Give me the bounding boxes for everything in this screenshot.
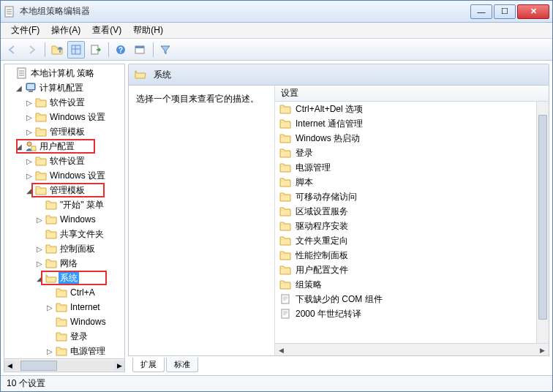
list-item[interactable]: 驱动程序安装 <box>275 219 549 233</box>
status-bar: 10 个设置 <box>1 375 552 391</box>
tree-computer-config[interactable]: ◢计算机配置 <box>4 80 124 95</box>
list-item[interactable]: 用户配置文件 <box>275 263 549 277</box>
back-button[interactable] <box>4 41 21 59</box>
menu-file[interactable]: 文件(F) <box>5 23 45 38</box>
filter-button[interactable] <box>157 41 174 59</box>
up-button[interactable] <box>48 41 66 59</box>
list-item[interactable]: 下载缺少的 COM 组件 <box>275 292 549 306</box>
folder-icon <box>279 249 291 261</box>
tree-user-config[interactable]: ◢用户配置 <box>4 139 124 154</box>
folder-icon <box>279 147 291 159</box>
list-header-settings[interactable]: 设置 <box>275 86 549 102</box>
maximize-button[interactable]: ☐ <box>494 4 516 19</box>
export-button[interactable] <box>86 41 104 59</box>
folder-icon <box>279 235 291 246</box>
folder-icon <box>279 176 291 188</box>
description-text: 选择一个项目来查看它的描述。 <box>136 93 267 105</box>
tree-network[interactable]: ▷网络 <box>4 256 124 271</box>
description-pane: 选择一个项目来查看它的描述。 <box>129 86 275 355</box>
properties-button[interactable] <box>131 41 148 59</box>
title-bar: 本地组策略编辑器 — ☐ ✕ <box>1 1 552 23</box>
tree-start[interactable]: "开始" 菜单 <box>4 197 124 212</box>
help-button[interactable]: ? <box>112 41 129 59</box>
content-header: 系统 <box>128 64 549 86</box>
forward-button[interactable] <box>23 41 40 59</box>
page-icon <box>279 293 291 305</box>
list-item[interactable]: 性能控制面板 <box>275 248 549 263</box>
tree-panel: 本地计算机 策略 ◢计算机配置 ▷软件设置 ▷Windows 设置 ▷管理模板 … <box>4 64 125 372</box>
status-text: 10 个设置 <box>7 377 45 390</box>
tree-ctrla[interactable]: Ctrl+A <box>4 285 124 300</box>
list-item[interactable]: 组策略 <box>275 277 549 292</box>
svg-rect-7 <box>72 45 80 54</box>
list-item[interactable]: 2000 年世纪转译 <box>275 306 549 321</box>
folder-icon <box>135 68 148 81</box>
list-item[interactable]: 登录 <box>275 146 549 160</box>
minimize-button[interactable]: — <box>470 4 492 19</box>
tree-power[interactable]: ▷电源管理 <box>4 344 124 358</box>
folder-icon <box>279 191 291 203</box>
folder-icon <box>279 220 291 232</box>
folder-icon <box>279 206 291 217</box>
tree-admin1[interactable]: ▷管理模板 <box>4 124 124 139</box>
page-icon <box>279 308 291 320</box>
menu-help[interactable]: 帮助(H) <box>127 23 169 38</box>
tree-share[interactable]: 共享文件夹 <box>4 227 124 241</box>
tree-system[interactable]: ◢系统 <box>4 271 124 285</box>
list-item[interactable]: 文件夹重定向 <box>275 233 549 248</box>
folder-icon <box>279 264 291 276</box>
app-icon <box>4 6 15 18</box>
tree-sw1[interactable]: ▷软件设置 <box>4 95 124 110</box>
tree-intern[interactable]: ▷Internet <box>4 300 124 314</box>
list-item[interactable]: 区域设置服务 <box>275 204 549 219</box>
toolbar: ? <box>1 39 552 61</box>
detail-button[interactable] <box>67 41 85 59</box>
tab-standard[interactable]: 标准 <box>166 358 198 372</box>
list-item[interactable]: 可移动存储访问 <box>275 189 549 204</box>
tab-extended[interactable]: 扩展 <box>132 358 165 372</box>
tree-windows[interactable]: ▷Windows <box>4 212 124 227</box>
list-item[interactable]: Windows 热启动 <box>275 131 549 146</box>
content-title: 系统 <box>154 69 171 81</box>
folder-icon <box>279 162 291 173</box>
list-item[interactable]: 电源管理 <box>275 160 549 175</box>
menu-view[interactable]: 查看(V) <box>86 23 127 38</box>
tree-login[interactable]: 登录 <box>4 329 124 344</box>
tree-winb[interactable]: Windows <box>4 314 124 329</box>
svg-rect-12 <box>135 46 144 48</box>
svg-text:?: ? <box>118 46 123 54</box>
tree-sw2[interactable]: ▷软件设置 <box>4 154 124 168</box>
window-title: 本地组策略编辑器 <box>20 5 469 18</box>
list-hscroll[interactable]: ◀▶ <box>275 343 549 355</box>
folder-icon <box>279 118 291 129</box>
folder-icon <box>279 103 291 115</box>
tree-hscroll[interactable]: ◀ ▶ <box>4 358 124 372</box>
tree-win1[interactable]: ▷Windows 设置 <box>4 110 124 124</box>
menu-bar: 文件(F) 操作(A) 查看(V) 帮助(H) <box>1 23 552 39</box>
tree-admin2[interactable]: ◢管理模板 <box>4 183 124 197</box>
list-item[interactable]: Ctrl+Alt+Del 选项 <box>275 102 549 116</box>
tree-win2[interactable]: ▷Windows 设置 <box>4 168 124 183</box>
tabs: 扩展 标准 <box>128 356 549 372</box>
list-item[interactable]: Internet 通信管理 <box>275 116 549 131</box>
tree-root[interactable]: 本地计算机 策略 <box>4 66 124 80</box>
folder-icon <box>279 279 291 290</box>
list-item[interactable]: 脚本 <box>275 175 549 189</box>
close-button[interactable]: ✕ <box>517 4 549 19</box>
tree-control[interactable]: ▷控制面板 <box>4 241 124 256</box>
menu-action[interactable]: 操作(A) <box>45 23 86 38</box>
folder-icon <box>279 132 291 144</box>
list-vscroll[interactable] <box>536 102 549 343</box>
